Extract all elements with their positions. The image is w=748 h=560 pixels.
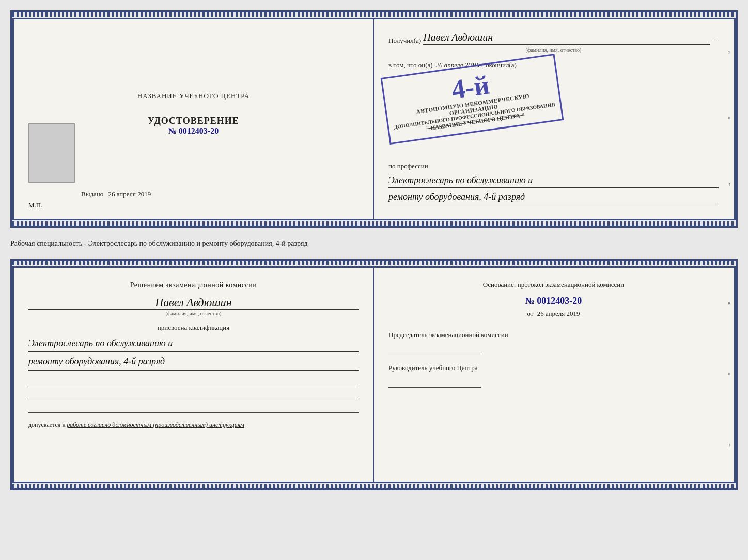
profession-handwritten: Электрослесарь по обслуживанию и ремонту…	[388, 173, 719, 204]
bottom-doc-right: Основание: протокол экзаменационной коми…	[374, 268, 734, 482]
sig-line-1	[28, 376, 359, 386]
chairman-sig-line	[388, 344, 481, 354]
top-border-strip	[12, 12, 736, 17]
issued-date: 26 апреля 2019	[108, 190, 151, 198]
sig-line-2	[28, 389, 359, 399]
top-doc-right: Получил(а) Павел Авдюшин – (фамилия, имя…	[374, 19, 734, 219]
mp-label: М.П.	[28, 201, 42, 210]
person-name-handwritten: Павел Авдюшин	[28, 296, 359, 310]
bottom-doc-left: Решением экзаменационной комиссии Павел …	[14, 268, 374, 482]
recipient-line: Получил(а) Павел Авдюшин –	[388, 31, 719, 45]
fio-label-top: (фамилия, имя, отчество)	[388, 47, 719, 53]
recipient-dash: –	[714, 36, 719, 45]
profession-block: по профессии Электрослесарь по обслужива…	[388, 162, 719, 204]
bottom-border-strip-top	[12, 221, 736, 226]
cert-number: № 0012403-20	[148, 126, 239, 136]
допускается-value: работе согласно должностным (производств…	[67, 421, 244, 428]
cert-number-prefix: №	[168, 126, 177, 135]
protocol-date-prefix: от	[527, 310, 533, 317]
допускается-block: допускается к работе согласно должностны…	[28, 420, 359, 429]
protocol-number: № 0012403-20	[388, 296, 719, 307]
bottom-doc-top-strip	[12, 261, 736, 265]
protocol-date: от 26 апреля 2019	[388, 310, 719, 318]
recipient-label: Получил(а)	[388, 37, 421, 45]
chairman-label: Председатель экзаменационной комиссии	[388, 330, 719, 340]
head-block: Руководитель учебного Центра	[388, 363, 719, 387]
sig-line-3	[28, 403, 359, 413]
head-label: Руководитель учебного Центра	[388, 363, 719, 373]
issued-label: Выдано	[81, 190, 103, 198]
issued-line: Выдано 26 апреля 2019	[81, 190, 151, 198]
chairman-block: Председатель экзаменационной комиссии	[388, 330, 719, 354]
profession-label: по профессии	[388, 162, 719, 170]
protocol-number-value: 0012403-20	[537, 296, 582, 306]
tick-label-а: а	[727, 117, 733, 119]
cert-number-value: 0012403-20	[179, 126, 219, 135]
vtom-label: в том, что он(а)	[388, 61, 433, 69]
bottom-tick-а: а	[727, 373, 733, 375]
side-ticks-right: и а ←	[726, 19, 734, 219]
signature-lines	[28, 376, 359, 413]
bottom-tick-arrow: ←	[727, 443, 733, 447]
protocol-date-value: 26 апреля 2019	[537, 310, 580, 317]
top-document: НАЗВАНИЕ УЧЕБНОГО ЦЕНТРА УДОСТОВЕРЕНИЕ №…	[10, 10, 738, 228]
commission-title: Решением экзаменационной комиссии	[28, 280, 359, 291]
bottom-doc-bottom-strip	[12, 484, 736, 488]
qual-line1: Электрослесарь по обслуживанию и	[28, 336, 359, 353]
tick-label-и: и	[727, 51, 733, 54]
top-doc-left: НАЗВАНИЕ УЧЕБНОГО ЦЕНТРА УДОСТОВЕРЕНИЕ №…	[14, 19, 374, 219]
recipient-name: Павел Авдюшин	[423, 31, 710, 45]
fio-label-bottom: (фамилия, имя, отчество)	[28, 311, 359, 316]
page-wrapper: НАЗВАНИЕ УЧЕБНОГО ЦЕНТРА УДОСТОВЕРЕНИЕ №…	[10, 10, 738, 490]
qual-line2: ремонту оборудования, 4-й разряд	[28, 354, 359, 371]
tick-label-arrow: ←	[727, 182, 733, 187]
bottom-tick-и: и	[727, 302, 733, 305]
bottom-side-ticks-right: и а ←	[726, 268, 734, 482]
qualification-handwritten: Электрослесарь по обслуживанию и ремонту…	[28, 336, 359, 371]
profession-line1: Электрослесарь по обслуживанию и	[388, 173, 719, 188]
protocol-number-prefix: №	[525, 296, 535, 306]
допускается-label: допускается к	[28, 421, 65, 428]
training-center-title: НАЗВАНИЕ УЧЕБНОГО ЦЕНТРА	[137, 92, 250, 100]
bottom-doc-content: Решением экзаменационной комиссии Павел …	[12, 266, 736, 483]
cert-title: УДОСТОВЕРЕНИЕ	[148, 116, 239, 126]
top-doc-content: НАЗВАНИЕ УЧЕБНОГО ЦЕНТРА УДОСТОВЕРЕНИЕ №…	[12, 18, 736, 220]
head-sig-line	[388, 377, 481, 388]
middle-text: Рабочая специальность - Электрослесарь п…	[10, 234, 738, 253]
profession-line2: ремонту оборудования, 4-й разряд	[388, 190, 719, 204]
photo-placeholder	[28, 123, 75, 183]
qualification-label: присвоена квалификация	[28, 324, 359, 332]
bottom-document: Решением экзаменационной комиссии Павел …	[10, 259, 738, 490]
osnov-label: Основание: протокол экзаменационной коми…	[388, 280, 719, 290]
cert-title-block: УДОСТОВЕРЕНИЕ № 0012403-20	[148, 116, 239, 136]
